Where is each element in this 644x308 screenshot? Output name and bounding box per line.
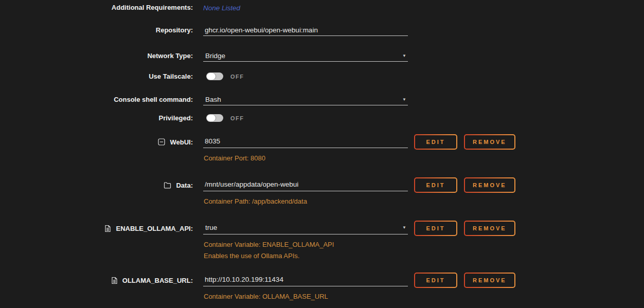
network-type-row: Network Type: Bridge ▼ — [0, 50, 644, 62]
toggle-knob — [207, 115, 216, 121]
webui-port-input[interactable] — [203, 134, 408, 148]
network-type-label: Network Type: — [147, 52, 193, 60]
additional-requirements-row: Additional Requirements: None Listed — [0, 3, 644, 12]
use-tailscale-row: Use Tailscale: OFF — [0, 72, 644, 81]
enable-ollama-api-row: ENABLE_OLLAMA_API: true ▼ Container Vari… — [0, 221, 644, 236]
chevron-down-icon: ▼ — [402, 53, 406, 58]
use-tailscale-toggle[interactable] — [206, 73, 223, 80]
ollama-base-url-input[interactable] — [203, 273, 408, 286]
privileged-label: Privileged: — [159, 114, 193, 122]
toggle-knob — [207, 73, 216, 80]
additional-requirements-value: None Listed — [203, 4, 240, 12]
ollama-base-url-label: OLLAMA_BASE_URL: — [122, 277, 193, 284]
console-shell-value: Bash — [205, 96, 221, 103]
file-text-icon — [104, 225, 111, 232]
use-tailscale-label: Use Tailscale: — [149, 73, 193, 80]
webui-remove-button[interactable]: REMOVE — [464, 134, 515, 150]
data-edit-button[interactable]: EDIT — [414, 177, 457, 193]
enable-ollama-api-remove-button[interactable]: REMOVE — [464, 221, 515, 236]
file-text-icon — [111, 277, 118, 284]
privileged-state: OFF — [230, 115, 244, 121]
additional-requirements-label: Additional Requirements: — [112, 4, 193, 11]
ollama-base-url-remove-button[interactable]: REMOVE — [464, 273, 515, 288]
network-type-value: Bridge — [205, 52, 225, 60]
enable-ollama-api-select[interactable]: true ▼ — [203, 221, 408, 234]
ollama-base-url-helper: Container Variable: OLLAMA_BASE_URL — [203, 291, 408, 302]
network-type-select[interactable]: Bridge ▼ — [203, 50, 408, 62]
repository-row: Repository: — [0, 24, 644, 36]
console-shell-label: Console shell command: — [114, 96, 193, 103]
privileged-row: Privileged: OFF — [0, 114, 644, 122]
ollama-base-url-row: OLLAMA_BASE_URL: Container Variable: OLL… — [0, 273, 644, 288]
data-path-input[interactable] — [203, 177, 408, 191]
repository-label: Repository: — [156, 26, 193, 34]
console-shell-row: Console shell command: Bash ▼ — [0, 94, 644, 105]
ollama-base-url-edit-button[interactable]: EDIT — [414, 273, 457, 288]
enable-ollama-api-helper: Container Variable: ENABLE_OLLAMA_API En… — [203, 239, 408, 262]
use-tailscale-state: OFF — [230, 74, 244, 80]
webui-helper: Container Port: 8080 — [203, 153, 408, 164]
data-remove-button[interactable]: REMOVE — [464, 177, 515, 193]
chevron-down-icon: ▼ — [402, 97, 406, 102]
enable-ollama-api-value: true — [205, 224, 217, 231]
webui-label: WebUI: — [170, 138, 193, 146]
webui-port-row: WebUI: Container Port: 8080 EDIT REMOVE — [0, 134, 644, 150]
enable-ollama-api-edit-button[interactable]: EDIT — [414, 221, 457, 236]
minus-square-icon — [158, 138, 165, 146]
webui-edit-button[interactable]: EDIT — [414, 134, 457, 150]
data-path-row: Data: Container Path: /app/backend/data … — [0, 177, 644, 193]
enable-ollama-api-label: ENABLE_OLLAMA_API: — [116, 225, 193, 232]
repository-input[interactable] — [203, 24, 408, 36]
folder-icon — [164, 182, 171, 189]
enable-ollama-api-helper-line1: Container Variable: ENABLE_OLLAMA_API — [204, 239, 408, 250]
privileged-toggle[interactable] — [206, 114, 223, 122]
data-path-helper: Container Path: /app/backend/data — [203, 196, 408, 207]
chevron-down-icon: ▼ — [402, 225, 406, 230]
enable-ollama-api-helper-line2: Enables the use of Ollama APIs. — [204, 250, 408, 262]
data-path-label: Data: — [176, 182, 193, 189]
console-shell-select[interactable]: Bash ▼ — [203, 94, 408, 105]
